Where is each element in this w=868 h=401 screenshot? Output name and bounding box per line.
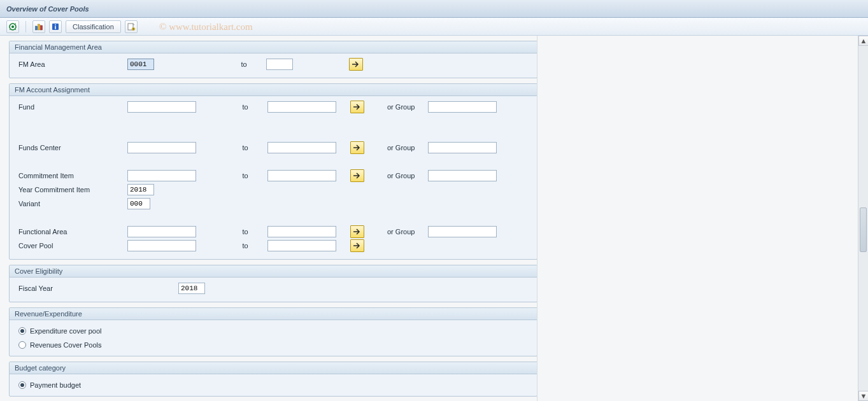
- fiscal-year-label: Fiscal Year: [16, 285, 178, 292]
- info-icon: [51, 22, 60, 31]
- arrow-right-icon: [353, 144, 362, 151]
- execute-button[interactable]: [6, 20, 19, 33]
- fund-multiple-selection-button[interactable]: [350, 101, 364, 113]
- commitment-item-to-label: to: [223, 172, 267, 179]
- info-button[interactable]: [49, 20, 62, 33]
- functional-area-to-label: to: [223, 228, 267, 236]
- radio-payment-budget[interactable]: Payment budget: [16, 378, 530, 392]
- group-header-cover-elig: Cover Eligibility: [10, 265, 537, 278]
- fund-to-input[interactable]: [267, 101, 336, 113]
- variant-label: Variant: [16, 200, 127, 208]
- commitment-item-group-input[interactable]: [428, 170, 497, 181]
- scroll-thumb[interactable]: [860, 208, 867, 252]
- fm-area-label: FM Area: [16, 60, 127, 68]
- funds-center-or-group-label: or Group: [364, 144, 428, 151]
- functional-area-from-input[interactable]: [127, 226, 196, 237]
- scroll-down-button[interactable]: ▼: [858, 391, 868, 401]
- page-title: Overview of Cover Pools: [6, 5, 89, 13]
- cover-pool-to-input[interactable]: [267, 240, 336, 251]
- functional-area-group-input[interactable]: [428, 226, 497, 237]
- svg-rect-3: [38, 24, 40, 30]
- radio-label-payment-budget: Payment budget: [30, 381, 81, 389]
- radio-icon: [18, 381, 26, 389]
- svg-rect-6: [55, 24, 56, 25]
- toolbar-separator: [25, 21, 26, 32]
- year-commitment-item-input[interactable]: [127, 184, 154, 195]
- fund-or-group-label: or Group: [364, 103, 428, 111]
- functional-area-or-group-label: or Group: [364, 228, 428, 236]
- group-header-fin-mgmt: Financial Management Area: [10, 41, 537, 53]
- radio-revenues-cover-pools[interactable]: Revenues Cover Pools: [16, 338, 530, 352]
- cover-pool-from-input[interactable]: [127, 240, 196, 251]
- radio-icon: [18, 341, 26, 349]
- variant-input[interactable]: [127, 198, 150, 209]
- svg-point-1: [11, 25, 14, 28]
- group-fm-account-assignment: FM Account Assignment Fund to or Group F…: [9, 83, 537, 260]
- funds-center-group-input[interactable]: [428, 142, 497, 153]
- radio-label-expenditure: Expenditure cover pool: [30, 327, 102, 335]
- functional-area-multiple-selection-button[interactable]: [350, 225, 364, 238]
- create-button[interactable]: [125, 20, 138, 33]
- functional-area-label: Functional Area: [16, 228, 127, 236]
- cover-pool-multiple-selection-button[interactable]: [350, 239, 364, 252]
- year-commitment-item-label: Year Commitment Item: [16, 186, 127, 193]
- columns-button[interactable]: [32, 20, 45, 33]
- columns-icon: [34, 22, 43, 31]
- fm-area-to-input[interactable]: [266, 59, 293, 70]
- fund-to-label: to: [223, 103, 267, 111]
- fm-area-multiple-selection-button[interactable]: [349, 58, 363, 71]
- group-financial-management-area: Financial Management Area FM Area to: [9, 41, 537, 78]
- radio-icon: [18, 327, 26, 335]
- fm-area-from-input[interactable]: [127, 59, 154, 70]
- cover-pool-label: Cover Pool: [16, 242, 127, 250]
- arrow-right-icon: [353, 172, 362, 179]
- radio-label-revenues: Revenues Cover Pools: [30, 341, 102, 349]
- group-header-rev-exp: Revenue/Expenditure: [10, 308, 537, 320]
- fiscal-year-input[interactable]: [178, 283, 205, 294]
- arrow-right-icon: [353, 228, 362, 236]
- arrow-right-icon: [353, 103, 362, 111]
- commitment-item-multiple-selection-button[interactable]: [350, 169, 364, 182]
- funds-center-label: Funds Center: [16, 144, 127, 151]
- arrow-right-icon: [352, 60, 360, 68]
- svg-rect-7: [55, 25, 56, 29]
- content-wrap: Financial Management Area FM Area to FM …: [0, 36, 868, 401]
- radio-expenditure-cover-pool[interactable]: Expenditure cover pool: [16, 324, 530, 338]
- funds-center-from-input[interactable]: [127, 142, 196, 153]
- chevron-up-icon: ▲: [860, 37, 867, 45]
- group-revenue-expenditure: Revenue/Expenditure Expenditure cover po…: [9, 307, 537, 356]
- group-header-budget-cat: Budget category: [10, 362, 537, 374]
- page-title-bar: Overview of Cover Pools: [0, 0, 868, 18]
- fm-area-to-label: to: [222, 60, 266, 68]
- functional-area-to-input[interactable]: [267, 226, 336, 237]
- group-header-account-assign: FM Account Assignment: [10, 84, 537, 96]
- create-icon: [127, 22, 136, 31]
- vertical-scrollbar[interactable]: ▲ ▼: [858, 36, 868, 401]
- fund-label: Fund: [16, 103, 127, 111]
- fund-group-input[interactable]: [428, 101, 497, 113]
- fund-from-input[interactable]: [127, 101, 196, 113]
- commitment-item-from-input[interactable]: [127, 170, 196, 181]
- toolbar: Classification: [0, 18, 868, 36]
- commitment-item-or-group-label: or Group: [364, 172, 428, 179]
- commitment-item-label: Commitment Item: [16, 172, 127, 179]
- funds-center-to-label: to: [223, 144, 267, 151]
- group-budget-category: Budget category Payment budget: [9, 362, 537, 397]
- cover-pool-to-label: to: [223, 242, 267, 250]
- classification-button[interactable]: Classification: [66, 20, 121, 33]
- classification-label: Classification: [73, 23, 114, 31]
- chevron-down-icon: ▼: [860, 392, 867, 400]
- funds-center-multiple-selection-button[interactable]: [350, 141, 364, 154]
- svg-rect-2: [36, 26, 38, 30]
- funds-center-to-input[interactable]: [267, 142, 336, 153]
- commitment-item-to-input[interactable]: [267, 170, 336, 181]
- scroll-up-button[interactable]: ▲: [858, 36, 868, 46]
- svg-rect-4: [41, 25, 43, 30]
- group-cover-eligibility: Cover Eligibility Fiscal Year: [9, 265, 537, 302]
- arrow-right-icon: [353, 242, 362, 250]
- execute-icon: [8, 22, 17, 31]
- right-gutter: ▲ ▼: [537, 36, 868, 401]
- selection-screen: Financial Management Area FM Area to FM …: [0, 36, 537, 401]
